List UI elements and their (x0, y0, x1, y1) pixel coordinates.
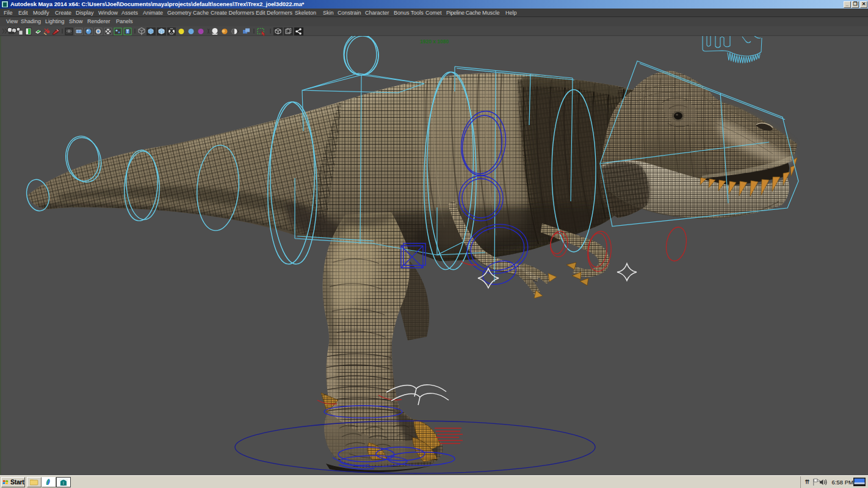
svg-text:1920 x 1080: 1920 x 1080 (420, 38, 449, 45)
